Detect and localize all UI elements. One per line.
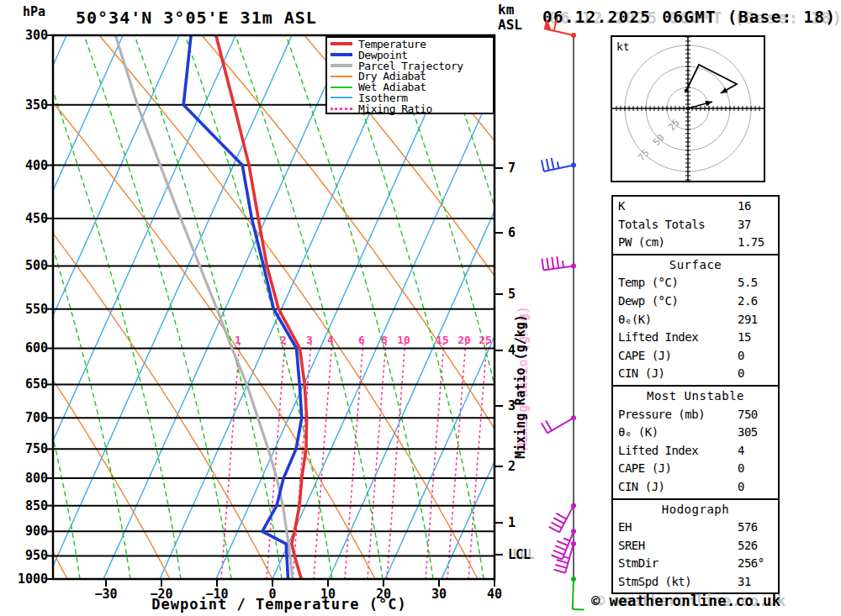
table-section-title: Surface (618, 256, 773, 275)
legend-swatch-thick (331, 64, 352, 67)
table-row: PW (cm)1.75 (618, 234, 773, 252)
table-row-value: 5.5 (738, 274, 773, 292)
table-row: Temp (°C)5.5 (618, 274, 773, 292)
table-row-label: K (618, 197, 625, 216)
pressure-tick-label: 1000 (18, 571, 48, 587)
km-tick-label: 6 (508, 225, 516, 240)
temperature-tick-label: 40 (487, 587, 502, 602)
pressure-tick-label: 650 (25, 376, 48, 392)
km-tick-label: 1 (508, 515, 516, 530)
hodograph: kt255075 (611, 36, 764, 182)
table-row-label: SREH (618, 537, 645, 555)
legend-item: Mixing Ratio (331, 103, 493, 114)
mixing-ratio-label: 10 (397, 334, 410, 346)
pressure-tick-label: 350 (25, 97, 48, 113)
mixing-ratio-label: 2 (280, 334, 287, 346)
table-row-value: 0 (738, 365, 773, 383)
indices-tables: K16Totals Totals37PW (cm)1.75SurfaceTemp… (611, 195, 780, 594)
table-row: EH576 (618, 519, 773, 537)
isotherm-line (385, 35, 630, 579)
wind-barb (542, 415, 576, 433)
table-row: Pressure (mb)750 (618, 406, 773, 424)
wet-adiabat-line (185, 35, 332, 579)
skewt-sounding-page: { "header": { "station_title": "50°34'N … (0, 0, 841, 616)
wind-level-dot (571, 33, 576, 38)
pressure-tick-label: 500 (25, 258, 48, 273)
wind-level-dot (571, 541, 576, 546)
isotherm-line (0, 35, 123, 579)
wet-adiabat-line (286, 35, 433, 579)
table-row-label: PW (cm) (618, 234, 665, 252)
isotherm-line (0, 35, 10, 579)
wind-barb (542, 158, 576, 171)
table-row-label: StmSpd (kt) (618, 573, 691, 592)
lcl-label: LCL (508, 547, 531, 562)
legend-swatch-dotted (331, 108, 352, 110)
table-row-value: 0 (738, 460, 773, 478)
pressure-tick-label: 300 (25, 28, 48, 43)
table-row-value: 0 (738, 478, 773, 497)
isotherm-line (329, 35, 574, 579)
wind-level-dot (571, 577, 576, 582)
table-row-label: Temp (°C) (618, 274, 678, 292)
km-tick-label: 7 (508, 161, 516, 176)
legend-swatch-thin (331, 87, 352, 88)
table-row: StmDir256° (618, 555, 773, 573)
wind-barb-column (542, 18, 584, 609)
wet-adiabat-line (437, 35, 584, 579)
table-row-label: Totals Totals (618, 216, 705, 234)
mixing-ratio-line (387, 340, 405, 579)
pressure-tick-label: 850 (25, 498, 48, 513)
table-row: StmSpd (kt)31 (618, 573, 773, 592)
legend-label: Mixing Ratio (358, 103, 432, 115)
wind-barb (549, 503, 576, 533)
table-row-value: 0 (738, 347, 773, 366)
mixing-ratio-label: 4 (327, 334, 334, 346)
isotherm-line (272, 35, 517, 579)
wind-level-dot (571, 503, 576, 508)
table-row: Lifted Index15 (618, 329, 773, 347)
table-row-label: StmDir (618, 555, 659, 573)
mixing-ratio-label: 20 (458, 334, 471, 346)
table-row-label: θₑ (K) (618, 424, 659, 442)
table-row-value: 1.75 (738, 234, 773, 252)
mixing-axis-title: Mixing Ratio (g/kg) (513, 314, 528, 459)
watermark: © weatheronline.co.uk (591, 592, 780, 609)
table-row-value: 15 (738, 329, 773, 347)
pressure-tick-label: 750 (25, 441, 48, 456)
table-row-label: Dewp (°C) (618, 292, 678, 311)
pressure-tick-label: 550 (25, 302, 48, 317)
table-row: Lifted Index4 (618, 442, 773, 461)
isotherm-line (47, 35, 292, 579)
chart-legend: TemperatureDewpointParcel TrajectoryDry … (325, 36, 495, 114)
x-axis-title: Dewpoint / Temperature (°C) (151, 596, 406, 613)
temperature-tick-label: −30 (94, 587, 117, 602)
pressure-tick-label: 950 (25, 548, 48, 563)
legend-swatch-thick (331, 42, 352, 45)
table-row: Totals Totals37 (618, 216, 773, 234)
table-section-title: Most Unstable (618, 387, 773, 406)
wind-barb (571, 577, 584, 609)
mixing-ratio-label: 8 (381, 334, 388, 346)
table-row-value: 2.6 (738, 292, 773, 311)
legend-swatch-thick (331, 53, 352, 56)
temperature-curve (216, 35, 307, 579)
table-row-label: Pressure (mb) (618, 406, 705, 424)
legend-swatch-thin (331, 97, 352, 98)
mixing-ratio-line (447, 340, 466, 579)
table-row-label: EH (618, 519, 632, 537)
table-row: θₑ (K)305 (618, 424, 773, 442)
wet-adiabat-line (135, 35, 282, 579)
mixing-ratio-label: 25 (479, 334, 492, 346)
mixing-ratio-label: 1 (235, 334, 241, 346)
pressure-tick-label: 700 (25, 410, 48, 425)
table-row-label: Lifted Index (618, 442, 698, 461)
wet-adiabat-line (387, 35, 534, 579)
table-row-value: 256° (738, 555, 773, 573)
table-row: Dewp (°C)2.6 (618, 292, 773, 311)
indices-table-section: SurfaceTemp (°C)5.5Dewp (°C)2.6θₑ(K)291L… (611, 255, 780, 387)
dewpoint-curve (183, 35, 302, 579)
table-row-value: 37 (738, 216, 773, 234)
legend-item: Temperature (331, 39, 493, 50)
table-row-label: CIN (J) (618, 365, 665, 383)
